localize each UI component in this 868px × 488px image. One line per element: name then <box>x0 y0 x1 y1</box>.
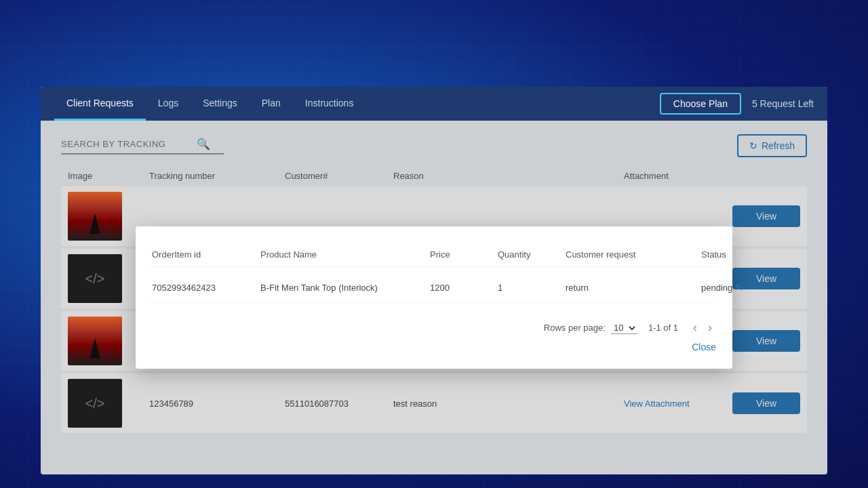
tab-instructions[interactable]: Instructions <box>293 87 366 121</box>
tab-logs[interactable]: Logs <box>146 87 191 121</box>
nav-right: Choose Plan 5 Request Left <box>660 93 814 115</box>
rows-per-page-select[interactable]: 10 25 50 <box>611 322 637 334</box>
next-page-button[interactable]: › <box>704 319 716 336</box>
tab-plan[interactable]: Plan <box>250 87 293 121</box>
modal-footer: Close <box>152 342 716 352</box>
choose-plan-button[interactable]: Choose Plan <box>660 93 741 115</box>
modal-col-customer-request: Customer request <box>566 249 701 260</box>
modal-col-orderitem: OrderItem id <box>152 249 260 260</box>
modal-quantity: 1 <box>498 283 566 293</box>
edit-icon[interactable]: ✎ <box>735 282 743 293</box>
page-navigation: ‹ › <box>689 319 716 336</box>
modal-table-row: 7052993462423 B-Fit Men Tank Top (Interl… <box>152 272 716 303</box>
navbar: Client Requests Logs Settings Plan Instr… <box>41 87 827 121</box>
modal-col-product: Product Name <box>260 249 430 260</box>
tab-client-requests[interactable]: Client Requests <box>54 87 146 121</box>
modal-order-id: 7052993462423 <box>152 283 260 293</box>
requests-left-badge: 5 Request Left <box>752 98 814 109</box>
modal-pagination: Rows per page: 10 25 50 1-1 of 1 ‹ › <box>152 314 716 336</box>
modal-price: 1200 <box>430 283 498 293</box>
tab-settings[interactable]: Settings <box>191 87 250 121</box>
close-modal-button[interactable]: Close <box>692 342 716 352</box>
prev-page-button[interactable]: ‹ <box>689 319 701 336</box>
modal-dialog: OrderItem id Product Name Price Quantity… <box>136 226 732 369</box>
modal-overlay: OrderItem id Product Name Price Quantity… <box>41 121 827 474</box>
modal-col-quantity: Quantity <box>498 249 566 260</box>
modal-col-status: Status <box>701 249 783 260</box>
modal-status: pending ✎ <box>701 282 783 293</box>
app-window: Client Requests Logs Settings Plan Instr… <box>41 87 827 474</box>
rows-per-page-control: Rows per page: 10 25 50 <box>544 322 637 334</box>
rows-per-page-label: Rows per page: <box>544 323 606 333</box>
modal-table-header: OrderItem id Product Name Price Quantity… <box>152 243 716 267</box>
modal-customer-request: return <box>566 283 701 293</box>
modal-product-name: B-Fit Men Tank Top (Interlock) <box>260 283 430 293</box>
modal-col-price: Price <box>430 249 498 260</box>
page-info: 1-1 of 1 <box>648 323 678 333</box>
nav-tabs: Client Requests Logs Settings Plan Instr… <box>54 87 660 121</box>
main-content: 🔍 ↻ Refresh Image Tracking number Custom… <box>41 121 827 474</box>
